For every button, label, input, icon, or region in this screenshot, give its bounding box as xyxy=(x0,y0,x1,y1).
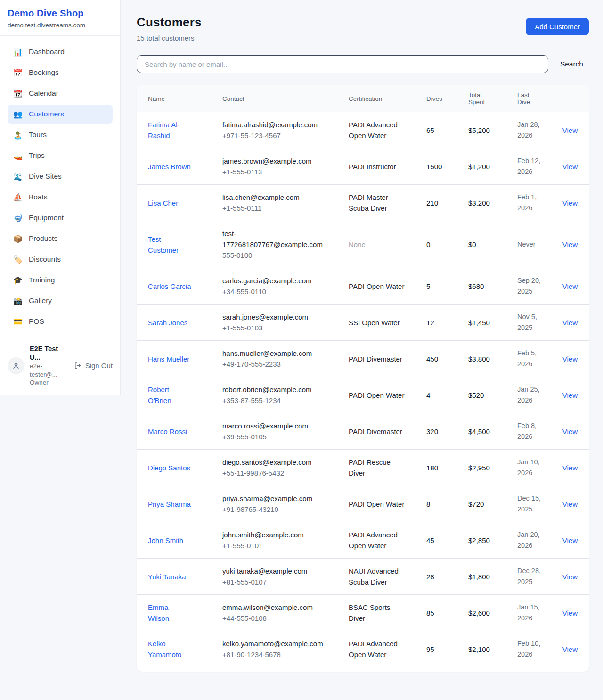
customer-email: test-1772681807767@example.com xyxy=(222,228,325,250)
sidebar-item-dive-sites[interactable]: 🌊 Dive Sites xyxy=(8,167,113,186)
table-row: Carlos Garcia carlos.garcia@example.com … xyxy=(137,268,589,305)
customer-certification: BSAC Sports Diver xyxy=(349,602,408,624)
customer-name-link[interactable]: Hans Mueller xyxy=(148,354,189,364)
customer-phone: +81-90-1234-5678 xyxy=(222,649,323,660)
view-customer-link[interactable]: View xyxy=(562,239,578,250)
table-row: Yuki Tanaka yuki.tanaka@example.com +81-… xyxy=(137,559,589,595)
shop-domain: demo.test.divestreams.com xyxy=(8,22,113,29)
add-customer-button[interactable]: Add Customer xyxy=(526,18,589,35)
search-button[interactable]: Search xyxy=(554,56,589,72)
customer-phone: +44-555-0108 xyxy=(222,613,313,624)
customer-dives: 95 xyxy=(426,644,434,655)
customer-dives-cell: 8 xyxy=(421,486,463,522)
view-customer-link[interactable]: View xyxy=(562,608,578,618)
sidebar-item-trips[interactable]: 🚤 Trips xyxy=(8,146,113,165)
customer-name-link[interactable]: Test Customer xyxy=(148,234,191,255)
customer-contact-cell: test-1772681807767@example.com 555-0100 xyxy=(217,221,343,268)
view-customer-link[interactable]: View xyxy=(562,198,578,208)
customer-total-spent: $720 xyxy=(468,499,484,510)
customer-email: diego.santos@example.com xyxy=(222,457,312,468)
customer-action-cell: View xyxy=(558,148,589,184)
sidebar-item-customers[interactable]: 👥 Customers xyxy=(8,105,113,124)
view-customer-link[interactable]: View xyxy=(562,499,578,510)
sidebar: Demo Dive Shop demo.test.divestreams.com… xyxy=(0,0,121,395)
customer-action-cell: View xyxy=(558,595,589,631)
customer-name-link[interactable]: Emma Wilson xyxy=(148,602,191,624)
view-customer-link[interactable]: View xyxy=(562,125,578,136)
sidebar-item-gallery[interactable]: 📸 Gallery xyxy=(8,291,113,310)
customer-action-cell: View xyxy=(558,221,589,268)
customer-name-link[interactable]: Robert O'Brien xyxy=(148,384,191,406)
table-row: Marco Rossi marco.rossi@example.com +39-… xyxy=(137,413,589,450)
customer-certification-cell: PADI Advanced Open Water xyxy=(343,522,421,558)
customer-name-link[interactable]: Fatima Al-Rashid xyxy=(148,119,191,141)
customer-contact-cell: fatima.alrashid@example.com +971-55-123-… xyxy=(217,112,343,148)
customer-name-cell: Fatima Al-Rashid xyxy=(137,112,217,148)
sign-out-button[interactable]: Sign Out xyxy=(74,362,113,370)
trips-speedboat-icon: 🚤 xyxy=(13,151,23,160)
customer-name-link[interactable]: Diego Santos xyxy=(148,462,190,473)
gallery-camera-icon: 📸 xyxy=(13,296,23,305)
sidebar-header: Demo Dive Shop demo.test.divestreams.com xyxy=(0,0,120,36)
sidebar-item-boats[interactable]: ⛵ Boats xyxy=(8,188,113,206)
view-customer-link[interactable]: View xyxy=(562,462,578,473)
customer-dives: 5 xyxy=(426,281,430,292)
tours-island-icon: 🏝️ xyxy=(13,131,23,140)
customer-certification: PADI Advanced Open Water xyxy=(349,529,408,551)
customer-dives-cell: 95 xyxy=(421,631,463,667)
column-header-contact: Contact xyxy=(217,85,343,112)
view-customer-link[interactable]: View xyxy=(562,161,578,172)
customer-name-link[interactable]: Keiko Yamamoto xyxy=(148,638,191,660)
view-customer-link[interactable]: View xyxy=(562,535,578,546)
customer-email: yuki.tanaka@example.com xyxy=(222,566,307,576)
sidebar-item-tours[interactable]: 🏝️ Tours xyxy=(8,125,113,144)
customer-name-link[interactable]: Carlos Garcia xyxy=(148,281,191,292)
sidebar-item-calendar[interactable]: 📆 Calendar xyxy=(8,84,113,103)
search-row: Search xyxy=(137,55,589,73)
sidebar-item-dashboard[interactable]: 📊 Dashboard xyxy=(8,42,113,61)
customer-dives-cell: 210 xyxy=(421,185,463,221)
view-customer-link[interactable]: View xyxy=(562,571,578,582)
user-meta: E2E Test U... e2e-tester@... Owner xyxy=(30,345,69,387)
customer-name-link[interactable]: James Brown xyxy=(148,161,191,172)
view-customer-link[interactable]: View xyxy=(562,644,578,655)
column-header-actions xyxy=(558,85,589,112)
customer-name-link[interactable]: Priya Sharma xyxy=(148,499,191,510)
customer-name-cell: Keiko Yamamoto xyxy=(137,631,217,667)
customer-name-link[interactable]: Yuki Tanaka xyxy=(148,571,186,582)
customer-contact-cell: john.smith@example.com +1-555-0101 xyxy=(217,522,343,558)
customer-total-spent-cell: $1,450 xyxy=(463,305,512,340)
equipment-mask-icon: 🤿 xyxy=(13,214,23,222)
view-customer-link[interactable]: View xyxy=(562,426,578,437)
customer-total-spent: $4,500 xyxy=(468,426,490,437)
table-row: Lisa Chen lisa.chen@example.com +1-555-0… xyxy=(137,185,589,221)
customer-last-dive: Nov 5, 2025 xyxy=(517,312,545,333)
customer-name-link[interactable]: Marco Rossi xyxy=(148,426,187,437)
customer-name-link[interactable]: Sarah Jones xyxy=(148,317,187,328)
customers-table: NameContactCertificationDivesTotal Spent… xyxy=(137,85,589,672)
sidebar-item-pos[interactable]: 💳 POS xyxy=(8,312,113,331)
view-customer-link[interactable]: View xyxy=(562,390,578,401)
sidebar-item-bookings[interactable]: 📅 Bookings xyxy=(8,63,113,82)
customer-phone: +81-555-0107 xyxy=(222,576,307,587)
customer-name-link[interactable]: John Smith xyxy=(148,535,183,546)
customer-email: emma.wilson@example.com xyxy=(222,602,313,613)
customer-name-link[interactable]: Lisa Chen xyxy=(148,198,180,208)
customer-phone: +91-98765-43210 xyxy=(222,504,312,515)
view-customer-link[interactable]: View xyxy=(562,281,578,292)
table-body: Fatima Al-Rashid fatima.alrashid@example… xyxy=(137,112,589,667)
customer-certification: None xyxy=(349,239,366,250)
customer-name-cell: Carlos Garcia xyxy=(137,268,217,304)
customer-phone: +34-555-0110 xyxy=(222,286,311,297)
customer-phone: +49-170-555-2233 xyxy=(222,359,312,370)
sidebar-item-products[interactable]: 📦 Products xyxy=(8,229,113,248)
customer-dives-cell: 1500 xyxy=(421,148,463,184)
sidebar-item-equipment[interactable]: 🤿 Equipment xyxy=(8,208,113,227)
sidebar-item-training[interactable]: 🎓 Training xyxy=(8,271,113,289)
view-customer-link[interactable]: View xyxy=(562,317,578,328)
sidebar-item-discounts[interactable]: 🏷️ Discounts xyxy=(8,250,113,269)
view-customer-link[interactable]: View xyxy=(562,354,578,364)
customer-dives-cell: 5 xyxy=(421,268,463,304)
customer-email: hans.mueller@example.com xyxy=(222,348,312,359)
search-input[interactable] xyxy=(137,55,548,73)
